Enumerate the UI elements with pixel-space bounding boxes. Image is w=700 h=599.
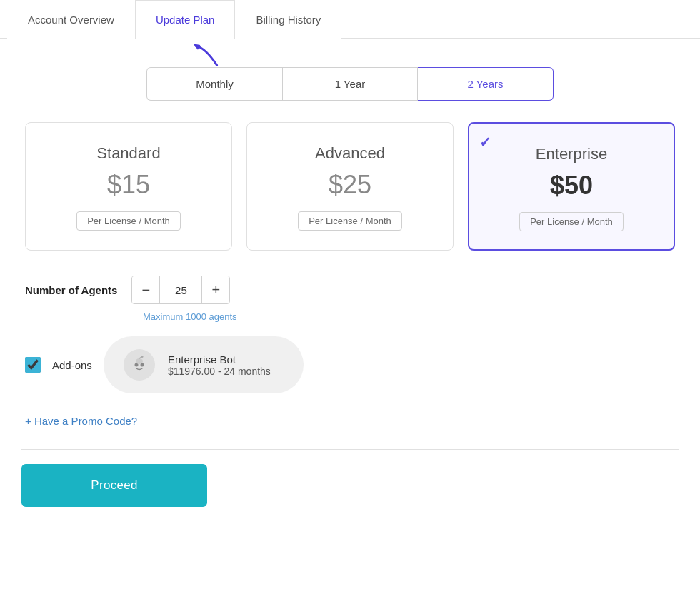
plan-price-advanced: $25 xyxy=(261,170,439,200)
plan-label-advanced: Per License / Month xyxy=(298,211,402,231)
main-content: Monthly 1 Year 2 Years Standard $15 Per … xyxy=(0,39,700,528)
agents-section: Number of Agents − + xyxy=(21,276,679,304)
promo-section: + Have a Promo Code? xyxy=(21,415,679,428)
selected-check-icon: ✓ xyxy=(479,134,491,151)
divider xyxy=(21,449,679,450)
plan-name-advanced: Advanced xyxy=(261,144,439,163)
period-2years-btn[interactable]: 2 Years xyxy=(418,67,554,101)
agents-value-input[interactable] xyxy=(159,276,202,303)
plan-card-advanced[interactable]: Advanced $25 Per License / Month xyxy=(246,122,454,251)
addon-info: Enterprise Bot $11976.00 - 24 months xyxy=(168,353,271,377)
agents-increment-btn[interactable]: + xyxy=(202,276,229,303)
svg-point-6 xyxy=(141,356,143,358)
agents-decrement-btn[interactable]: − xyxy=(132,276,159,303)
proceed-button[interactable]: Proceed xyxy=(21,464,207,507)
addon-checkbox[interactable] xyxy=(25,357,41,373)
svg-marker-0 xyxy=(193,44,200,49)
addon-card: Enterprise Bot $11976.00 - 24 months xyxy=(104,336,304,393)
plan-card-enterprise[interactable]: ✓ Enterprise $50 Per License / Month xyxy=(468,122,675,251)
period-selector: Monthly 1 Year 2 Years xyxy=(21,67,679,101)
addon-label: Add-ons xyxy=(52,359,92,371)
plan-name-enterprise: Enterprise xyxy=(484,145,659,163)
tab-account-overview[interactable]: Account Overview xyxy=(7,0,135,39)
svg-point-4 xyxy=(136,358,143,364)
plan-label-standard: Per License / Month xyxy=(76,211,181,231)
plan-name-standard: Standard xyxy=(40,144,217,163)
plan-card-standard[interactable]: Standard $15 Per License / Month xyxy=(25,122,232,251)
promo-link[interactable]: + Have a Promo Code? xyxy=(25,415,137,427)
addons-section: Add-ons Enterprise Bot $11976.00 - 24 mo… xyxy=(21,336,679,393)
addon-name: Enterprise Bot xyxy=(168,353,271,366)
plan-label-enterprise: Per License / Month xyxy=(519,212,624,231)
tabs-bar: Account Overview Update Plan Billing His… xyxy=(0,0,700,39)
tab-billing-history[interactable]: Billing History xyxy=(235,0,341,39)
agents-max-label: Maximum 1000 agents xyxy=(143,311,679,322)
plan-price-standard: $15 xyxy=(40,170,217,200)
agents-control: − + xyxy=(131,276,230,304)
tab-update-plan[interactable]: Update Plan xyxy=(135,0,236,39)
addon-bot-icon xyxy=(124,349,155,381)
addon-price: $11976.00 - 24 months xyxy=(168,366,271,377)
period-1year-btn[interactable]: 1 Year xyxy=(282,67,418,101)
period-monthly-btn[interactable]: Monthly xyxy=(146,67,282,101)
plan-price-enterprise: $50 xyxy=(484,171,659,201)
agents-label: Number of Agents xyxy=(25,284,117,296)
plan-cards: Standard $15 Per License / Month Advance… xyxy=(21,122,679,251)
